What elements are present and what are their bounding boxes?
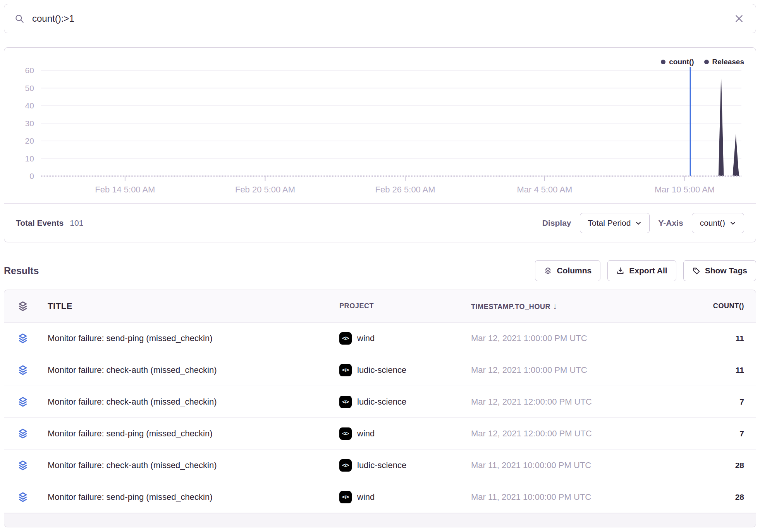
table-row[interactable]: Monitor failure: send-ping (missed_check… (4, 481, 756, 513)
event-title-link[interactable]: Monitor failure: send-ping (missed_check… (39, 492, 332, 502)
count-cell: 11 (690, 366, 756, 375)
timestamp-cell: Mar 11, 2021 10:00:00 PM UTC (471, 492, 690, 502)
timestamp-value: Mar 12, 2021 1:00:00 PM UTC (471, 333, 587, 343)
project-cell[interactable]: </> wind (332, 332, 471, 345)
timestamp-cell: Mar 12, 2021 1:00:00 PM UTC (471, 333, 690, 343)
results-table: TITLE PROJECT TIMESTAMP.TO_HOUR↓ COUNT()… (4, 290, 756, 527)
svg-text:40: 40 (25, 101, 34, 110)
timestamp-value: Mar 11, 2021 10:00:00 PM UTC (471, 460, 591, 470)
event-title-link[interactable]: Monitor failure: send-ping (missed_check… (39, 333, 332, 343)
show-tags-button-label: Show Tags (705, 266, 747, 275)
code-platform-icon: </> (339, 427, 352, 440)
code-platform-icon: </> (339, 396, 352, 408)
chart-area: count() Releases 0102030405060Feb 14 5:0… (4, 48, 756, 203)
table-row[interactable]: Monitor failure: send-ping (missed_check… (4, 323, 756, 354)
timestamp-cell: Mar 12, 2021 1:00:00 PM UTC (471, 365, 690, 375)
timestamp-value: Mar 12, 2021 12:00:00 PM UTC (471, 429, 592, 438)
table-row[interactable]: Monitor failure: check-auth (missed_chec… (4, 450, 756, 481)
row-icon-cell (4, 491, 39, 503)
timestamp-cell: Mar 12, 2021 12:00:00 PM UTC (471, 429, 690, 439)
event-title: Monitor failure: send-ping (missed_check… (48, 333, 213, 343)
svg-text:10: 10 (25, 154, 34, 163)
table-header-row: TITLE PROJECT TIMESTAMP.TO_HOUR↓ COUNT() (4, 290, 756, 323)
table-row[interactable]: Monitor failure: check-auth (missed_chec… (4, 386, 756, 418)
row-icon-cell (4, 364, 39, 376)
svg-text:Feb 14 5:00 AM: Feb 14 5:00 AM (95, 185, 155, 194)
legend-label-count: count() (669, 58, 694, 66)
header-project[interactable]: PROJECT (332, 302, 471, 310)
tag-icon (692, 267, 700, 275)
table-row[interactable]: Monitor failure: check-auth (missed_chec… (4, 354, 756, 386)
search-icon (14, 14, 24, 24)
yaxis-dropdown-value: count() (700, 218, 725, 228)
yaxis-dropdown[interactable]: count() (692, 213, 744, 233)
search-input[interactable] (31, 13, 732, 24)
legend-dot-releases-icon (704, 60, 709, 64)
display-label: Display (542, 218, 571, 228)
legend-item-count[interactable]: count() (661, 58, 694, 66)
events-chart-card: count() Releases 0102030405060Feb 14 5:0… (4, 47, 756, 242)
results-heading: Results (4, 265, 39, 276)
layers-icon (17, 396, 29, 408)
yaxis-label: Y-Axis (658, 218, 683, 228)
export-all-button[interactable]: Export All (607, 260, 676, 281)
total-events-value: 101 (70, 218, 83, 228)
columns-button-label: Columns (557, 266, 591, 275)
svg-text:50: 50 (25, 84, 34, 93)
project-cell[interactable]: </> wind (332, 427, 471, 440)
display-dropdown[interactable]: Total Period (580, 213, 650, 233)
header-count[interactable]: COUNT() (690, 302, 756, 310)
count-value: 7 (739, 397, 744, 406)
timestamp-value: Mar 11, 2021 10:00:00 PM UTC (471, 492, 591, 502)
svg-text:Mar 10 5:00 AM: Mar 10 5:00 AM (655, 185, 715, 194)
event-title-link[interactable]: Monitor failure: check-auth (missed_chec… (39, 460, 332, 470)
count-cell: 28 (690, 493, 756, 502)
count-value: 28 (735, 461, 744, 470)
project-cell[interactable]: </> wind (332, 491, 471, 503)
svg-text:30: 30 (25, 119, 34, 128)
event-title: Monitor failure: check-auth (missed_chec… (48, 460, 217, 470)
show-tags-button[interactable]: Show Tags (683, 260, 756, 281)
event-title-link[interactable]: Monitor failure: send-ping (missed_check… (39, 429, 332, 439)
header-title[interactable]: TITLE (39, 301, 332, 311)
layers-icon (544, 267, 552, 275)
count-value: 7 (739, 429, 744, 438)
results-header-row: Results Columns Export All Show Tags (4, 260, 756, 281)
total-events-label: Total Events (16, 218, 64, 228)
code-platform-icon: </> (339, 491, 352, 503)
event-title-link[interactable]: Monitor failure: check-auth (missed_chec… (39, 365, 332, 375)
header-timestamp[interactable]: TIMESTAMP.TO_HOUR↓ (471, 302, 690, 311)
table-row[interactable]: Monitor failure: send-ping (missed_check… (4, 418, 756, 450)
project-name: ludic-science (357, 397, 406, 407)
events-chart[interactable]: 0102030405060Feb 14 5:00 AMFeb 20 5:00 A… (4, 48, 756, 203)
layers-icon (17, 300, 29, 312)
project-name: wind (357, 492, 375, 502)
row-icon-cell (4, 333, 39, 344)
chart-footer: Total Events 101 Display Total Period Y-… (4, 203, 756, 242)
search-bar (4, 4, 756, 33)
project-cell[interactable]: </> ludic-science (332, 364, 471, 376)
display-dropdown-value: Total Period (588, 218, 631, 228)
table-body: Monitor failure: send-ping (missed_check… (4, 323, 756, 513)
row-icon-cell (4, 428, 39, 439)
event-title: Monitor failure: send-ping (missed_check… (48, 492, 213, 502)
chart-legend: count() Releases (661, 58, 744, 66)
count-cell: 7 (690, 397, 756, 407)
event-title-link[interactable]: Monitor failure: check-auth (missed_chec… (39, 397, 332, 407)
project-cell[interactable]: </> ludic-science (332, 459, 471, 472)
project-name: wind (357, 333, 375, 343)
clear-search-button[interactable] (732, 12, 746, 25)
timestamp-cell: Mar 12, 2021 12:00:00 PM UTC (471, 397, 690, 407)
count-value: 11 (736, 366, 744, 374)
project-cell[interactable]: </> ludic-science (332, 396, 471, 408)
row-icon-cell (4, 460, 39, 471)
project-name: ludic-science (357, 460, 406, 470)
legend-label-releases: Releases (712, 58, 744, 66)
legend-item-releases[interactable]: Releases (704, 58, 744, 66)
count-cell: 11 (690, 334, 756, 343)
header-stack-cell[interactable] (4, 300, 39, 312)
row-icon-cell (4, 396, 39, 408)
chevron-down-icon (635, 220, 641, 226)
code-platform-icon: </> (339, 332, 352, 345)
columns-button[interactable]: Columns (535, 260, 600, 281)
